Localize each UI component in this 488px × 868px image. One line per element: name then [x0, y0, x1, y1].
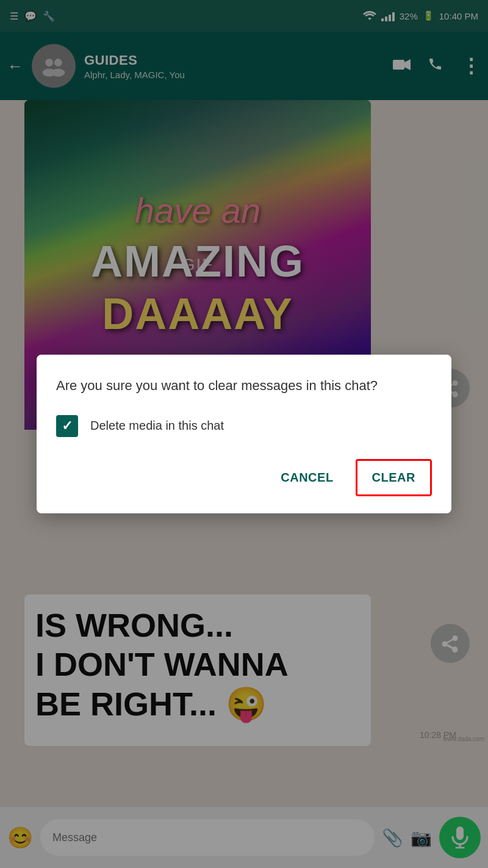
clear-chat-dialog: Are you sure you want to clear messages …	[37, 355, 451, 513]
modal-overlay: Are you sure you want to clear messages …	[0, 0, 488, 868]
clear-button[interactable]: CLEAR	[360, 463, 428, 492]
cancel-button[interactable]: CANCEL	[268, 463, 345, 492]
checkmark-icon: ✓	[62, 418, 73, 434]
checkbox-row: ✓ Delete media in this chat	[56, 415, 432, 437]
checkbox-label: Delete media in this chat	[90, 419, 224, 433]
dialog-buttons: CANCEL CLEAR	[56, 459, 432, 496]
delete-media-checkbox[interactable]: ✓	[56, 415, 78, 437]
dialog-title: Are you sure you want to clear messages …	[56, 377, 432, 396]
clear-button-wrapper: CLEAR	[356, 459, 432, 496]
